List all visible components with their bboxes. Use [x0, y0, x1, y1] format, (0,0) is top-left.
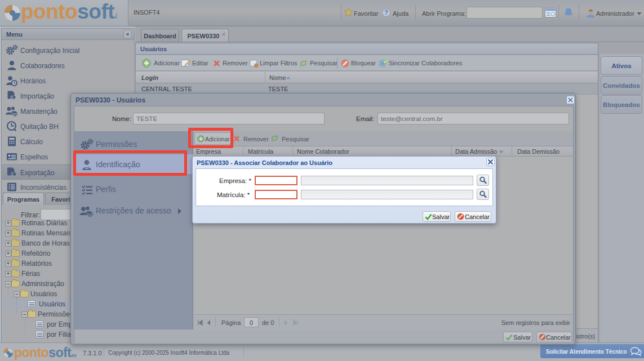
svg-text:?: ?: [384, 10, 388, 16]
